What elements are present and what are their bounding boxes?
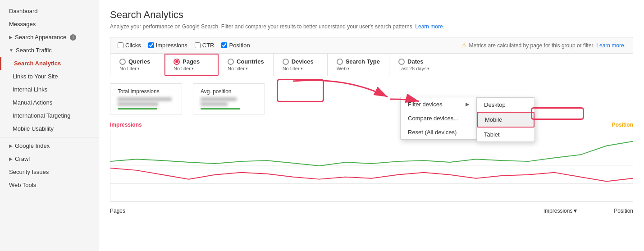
impressions-checkbox-input[interactable]	[148, 42, 154, 48]
dates-radio-row: Dates	[398, 58, 423, 65]
sidebar-item-label: Mobile Usability	[13, 125, 54, 132]
reset-devices-item[interactable]: Reset (All devices)	[401, 125, 476, 139]
stat-underline	[118, 108, 157, 110]
sidebar-item-google-index[interactable]: ▶ Google Index	[0, 139, 99, 152]
main-content: Search Analytics Analyze your performanc…	[99, 0, 644, 251]
chart-area	[110, 130, 633, 202]
sidebar-item-label: Crawl	[15, 155, 30, 162]
filter-devices-label: Filter devices	[408, 101, 443, 108]
caret-icon: ▾	[192, 66, 194, 71]
sidebar-item-search-analytics[interactable]: Search Analytics	[0, 57, 99, 70]
clicks-checkbox-input[interactable]	[118, 42, 123, 48]
stat-total-impressions: Total impressions	[110, 83, 182, 114]
dates-radio	[398, 59, 405, 65]
sidebar-item-label: Dashboard	[9, 8, 38, 14]
stat-impressions-bars	[118, 97, 174, 110]
caret-icon: ▾	[301, 66, 303, 71]
clicks-checkbox[interactable]: Clicks	[118, 42, 141, 49]
stat-bar-2	[201, 102, 228, 106]
sidebar-item-label: Search Appearance	[15, 34, 66, 41]
submenu-desktop[interactable]: Desktop	[477, 98, 534, 112]
devices-dropdown-menu: Filter devices ▶ Desktop Mobile Tablet C…	[400, 97, 477, 140]
pages-filter: No filter ▾	[174, 66, 194, 71]
metrics-learn-more-link[interactable]: Learn more.	[596, 42, 626, 49]
sidebar-item-manual-actions[interactable]: Manual Actions	[0, 96, 99, 109]
stat-avg-position: Avg. position	[193, 83, 265, 114]
ctr-label: CTR	[202, 42, 215, 49]
dimension-row: Queries No filter ▾ Pages No filter ▾ Co…	[110, 54, 633, 76]
dimension-devices[interactable]: Devices No filter ▾	[274, 54, 328, 76]
sidebar-item-crawl[interactable]: ▶ Crawl	[0, 152, 99, 165]
sidebar-item-search-traffic[interactable]: ▼ Search Traffic	[0, 44, 99, 57]
impressions-checkbox[interactable]: Impressions	[148, 42, 187, 49]
sidebar-item-internal-links[interactable]: Internal Links	[0, 83, 99, 96]
countries-radio-row: Countries	[228, 58, 264, 65]
dates-filter: Last 28 days ▾	[398, 66, 429, 71]
sidebar-item-messages[interactable]: Messages	[0, 18, 99, 31]
table-col-position: Position	[614, 208, 633, 214]
stats-row: Total impressions Avg. position	[110, 83, 633, 114]
search-type-radio-row: Search Type	[337, 58, 380, 65]
sidebar-item-label: Search Traffic	[16, 47, 52, 54]
queries-label: Queries	[128, 58, 150, 65]
queries-filter: No filter ▾	[119, 66, 140, 71]
sidebar-item-international-targeting[interactable]: International Targeting	[0, 109, 99, 122]
devices-label: Devices	[292, 58, 314, 65]
sidebar-item-security-issues[interactable]: Security Issues	[0, 165, 99, 178]
table-footer: Pages Impressions▼ Position	[110, 204, 633, 218]
search-type-radio	[337, 59, 343, 65]
position-checkbox[interactable]: Position	[221, 42, 250, 49]
sidebar-item-dashboard[interactable]: Dashboard	[0, 5, 99, 18]
dimension-dates[interactable]: Dates Last 28 days ▾	[389, 54, 443, 76]
clicks-label: Clicks	[125, 42, 141, 49]
sidebar-item-label: Security Issues	[9, 169, 49, 175]
compare-devices-item[interactable]: Compare devices...	[401, 111, 476, 125]
caret-icon: ▾	[347, 66, 350, 71]
info-icon: i	[70, 34, 76, 41]
sidebar-item-mobile-usability[interactable]: Mobile Usability	[0, 122, 99, 135]
submenu-mobile[interactable]: Mobile	[477, 112, 534, 128]
caret-icon: ▾	[137, 66, 140, 71]
devices-filter: No filter ▾	[283, 66, 303, 71]
chart-svg	[110, 130, 633, 201]
filter-devices-item[interactable]: Filter devices ▶ Desktop Mobile Tablet	[401, 97, 476, 111]
sidebar-item-label: Internal Links	[13, 86, 47, 93]
submenu-tablet[interactable]: Tablet	[477, 128, 534, 141]
ctr-checkbox-input[interactable]	[195, 42, 201, 48]
dimension-countries[interactable]: Countries No filter ▾	[219, 54, 274, 76]
expand-arrow-icon: ▼	[9, 48, 14, 53]
table-col-impressions[interactable]: Impressions▼	[544, 208, 578, 214]
page-description: Analyze your performance on Google Searc…	[110, 23, 633, 30]
learn-more-link[interactable]: Learn more.	[415, 23, 444, 30]
stat-bar-1	[201, 97, 237, 101]
dimension-pages[interactable]: Pages No filter ▾	[164, 54, 219, 76]
submenu-arrow-icon: ▶	[466, 101, 469, 107]
stat-position-bars	[201, 97, 257, 110]
caret-icon: ▾	[427, 66, 429, 71]
stat-bar-1	[118, 97, 172, 101]
position-line	[110, 168, 633, 182]
sidebar-item-label: Messages	[9, 21, 36, 27]
pages-radio	[174, 59, 180, 65]
sidebar-item-label: Web Tools	[9, 182, 36, 188]
sidebar-item-label: Manual Actions	[13, 99, 52, 106]
stat-underline-green	[201, 108, 240, 110]
stat-bar-2	[118, 102, 158, 106]
sidebar-item-label: International Targeting	[13, 112, 70, 119]
queries-radio-row: Queries	[119, 58, 150, 65]
sidebar-item-web-tools[interactable]: Web Tools	[0, 178, 99, 192]
position-checkbox-input[interactable]	[221, 42, 227, 48]
devices-radio-row: Devices	[283, 58, 314, 65]
sidebar-item-search-appearance[interactable]: ▶ Search Appearance i	[0, 31, 99, 44]
countries-filter: No filter ▾	[228, 66, 248, 71]
dimension-queries[interactable]: Queries No filter ▾	[110, 54, 164, 76]
dimension-search-type[interactable]: Search Type Web ▾	[328, 54, 389, 76]
compare-devices-label: Compare devices...	[408, 115, 458, 122]
queries-radio	[119, 59, 126, 65]
sidebar-item-links-to-your-site[interactable]: Links to Your Site	[0, 70, 99, 83]
ctr-checkbox[interactable]: CTR	[195, 42, 215, 49]
countries-label: Countries	[237, 58, 264, 65]
sidebar: Dashboard Messages ▶ Search Appearance i…	[0, 0, 99, 251]
impressions-label: Impressions	[156, 42, 187, 49]
collapse-arrow-icon: ▶	[9, 143, 13, 148]
